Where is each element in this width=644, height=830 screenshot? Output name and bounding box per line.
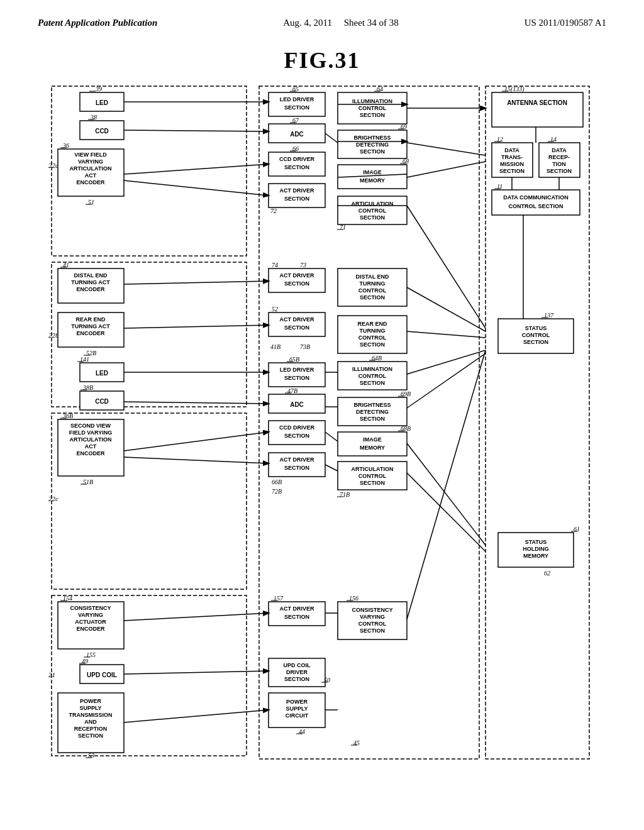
- svg-text:FIELD VARYING: FIELD VARYING: [69, 429, 113, 436]
- svg-text:BRIGHTNESS: BRIGHTNESS: [353, 135, 391, 141]
- svg-rect-115: [269, 693, 325, 728]
- svg-text:CONTROL: CONTROL: [358, 208, 387, 214]
- svg-rect-16: [58, 149, 124, 196]
- svg-rect-191: [492, 190, 580, 215]
- svg-rect-120: [338, 92, 407, 124]
- svg-text:ARTICULATION: ARTICULATION: [352, 201, 394, 207]
- svg-text:MISSION: MISSION: [500, 161, 524, 167]
- svg-text:SECTION: SECTION: [360, 628, 385, 634]
- svg-text:DATA: DATA: [504, 147, 519, 153]
- svg-line-229: [325, 432, 338, 441]
- svg-text:SECTION: SECTION: [547, 168, 572, 174]
- svg-text:ILLUMINATION: ILLUMINATION: [352, 366, 392, 372]
- svg-rect-70: [269, 124, 325, 143]
- svg-rect-9: [486, 86, 589, 759]
- svg-text:36B: 36B: [62, 412, 73, 419]
- svg-text:SECTION: SECTION: [284, 375, 309, 381]
- svg-text:CONTROL SECTION: CONTROL SECTION: [509, 203, 564, 209]
- diagram-svg: 22a 22b 22c 21 LED 39: [45, 80, 599, 772]
- svg-rect-81: [269, 268, 325, 292]
- svg-line-218: [407, 206, 486, 328]
- svg-text:CONTROL: CONTROL: [358, 473, 387, 479]
- svg-rect-24: [58, 268, 124, 303]
- svg-text:MEMORY: MEMORY: [360, 445, 385, 451]
- publication-title: Patent Application Publication: [38, 18, 157, 28]
- svg-text:155: 155: [86, 651, 96, 658]
- svg-text:71: 71: [340, 224, 346, 231]
- svg-text:52: 52: [272, 306, 278, 313]
- svg-text:SECTION: SECTION: [284, 196, 309, 202]
- svg-text:36: 36: [62, 142, 69, 149]
- svg-text:HOLDING: HOLDING: [523, 546, 549, 552]
- svg-text:SECTION: SECTION: [284, 614, 309, 620]
- svg-text:SECTION: SECTION: [360, 148, 385, 155]
- svg-text:IMAGE: IMAGE: [363, 436, 382, 443]
- svg-text:CCD: CCD: [95, 398, 109, 405]
- svg-text:CONTROL: CONTROL: [358, 105, 387, 111]
- svg-text:CONTROL: CONTROL: [358, 287, 387, 294]
- svg-line-221: [124, 325, 269, 328]
- svg-text:64B: 64B: [372, 355, 382, 362]
- svg-text:STATUS: STATUS: [525, 325, 547, 331]
- svg-text:154: 154: [63, 595, 72, 602]
- svg-text:ACT DRIVER: ACT DRIVER: [279, 456, 314, 463]
- svg-text:AND: AND: [84, 719, 97, 725]
- svg-text:SECTION: SECTION: [360, 214, 385, 221]
- svg-text:141: 141: [80, 356, 89, 363]
- patent-number: US 2011/0190587 A1: [525, 18, 606, 28]
- svg-rect-185: [539, 143, 580, 177]
- svg-text:UPD COIL: UPD COIL: [283, 662, 311, 668]
- svg-text:14: 14: [550, 136, 557, 143]
- svg-rect-29: [58, 313, 124, 347]
- svg-text:TURNING ACT: TURNING ACT: [71, 279, 110, 285]
- svg-text:CCD: CCD: [95, 128, 109, 135]
- svg-line-233: [407, 443, 486, 545]
- svg-text:ENCODER: ENCODER: [76, 179, 105, 185]
- svg-text:SECTION: SECTION: [360, 416, 385, 422]
- svg-text:SUPPLY: SUPPLY: [79, 705, 101, 711]
- svg-text:52B: 52B: [86, 350, 96, 357]
- svg-text:ARTICULATION: ARTICULATION: [70, 165, 112, 172]
- svg-text:ACT DRIVER: ACT DRIVER: [279, 606, 314, 612]
- svg-text:CCD DRIVER: CCD DRIVER: [279, 424, 315, 431]
- svg-text:74: 74: [272, 262, 278, 268]
- svg-text:49: 49: [82, 658, 88, 665]
- svg-line-207: [124, 130, 269, 131]
- svg-text:STATUS: STATUS: [525, 539, 547, 545]
- svg-text:VARYING: VARYING: [78, 158, 103, 165]
- svg-text:66B: 66B: [272, 479, 282, 485]
- svg-text:39: 39: [95, 86, 102, 92]
- svg-text:SECTION: SECTION: [284, 280, 309, 287]
- svg-line-220: [407, 287, 486, 331]
- svg-text:ACT: ACT: [85, 443, 97, 450]
- svg-text:LED DRIVER: LED DRIVER: [280, 367, 314, 373]
- svg-text:CIRCUIT: CIRCUIT: [286, 712, 309, 719]
- svg-rect-130: [338, 165, 407, 189]
- svg-line-226: [124, 457, 269, 463]
- svg-text:CCD DRIVER: CCD DRIVER: [279, 156, 315, 162]
- svg-line-225: [124, 432, 269, 451]
- svg-text:SECTION: SECTION: [360, 341, 385, 348]
- svg-text:11: 11: [497, 183, 502, 190]
- svg-text:TRANSMISSION: TRANSMISSION: [69, 712, 112, 718]
- svg-text:15(133): 15(133): [504, 86, 525, 93]
- svg-text:41: 41: [63, 262, 69, 268]
- svg-line-213: [338, 174, 407, 177]
- svg-text:LED DRIVER: LED DRIVER: [280, 96, 314, 102]
- svg-rect-200: [498, 533, 574, 567]
- svg-text:SECTION: SECTION: [360, 380, 385, 386]
- figure-title: FIG.31: [38, 47, 606, 74]
- svg-text:22c: 22c: [48, 495, 58, 502]
- svg-text:UPD COIL: UPD COIL: [87, 672, 117, 678]
- svg-rect-92: [269, 363, 325, 387]
- svg-text:SECTION: SECTION: [360, 294, 385, 301]
- svg-text:BRIGHTNESS: BRIGHTNESS: [353, 402, 391, 408]
- svg-rect-159: [338, 432, 407, 456]
- svg-rect-111: [269, 658, 325, 687]
- svg-text:38: 38: [90, 114, 97, 121]
- svg-rect-102: [269, 453, 325, 477]
- svg-text:ANTENNA SECTION: ANTENNA SECTION: [507, 99, 567, 106]
- svg-text:71B: 71B: [340, 491, 350, 498]
- svg-text:ENCODER: ENCODER: [76, 286, 105, 292]
- svg-text:ADC: ADC: [290, 131, 304, 138]
